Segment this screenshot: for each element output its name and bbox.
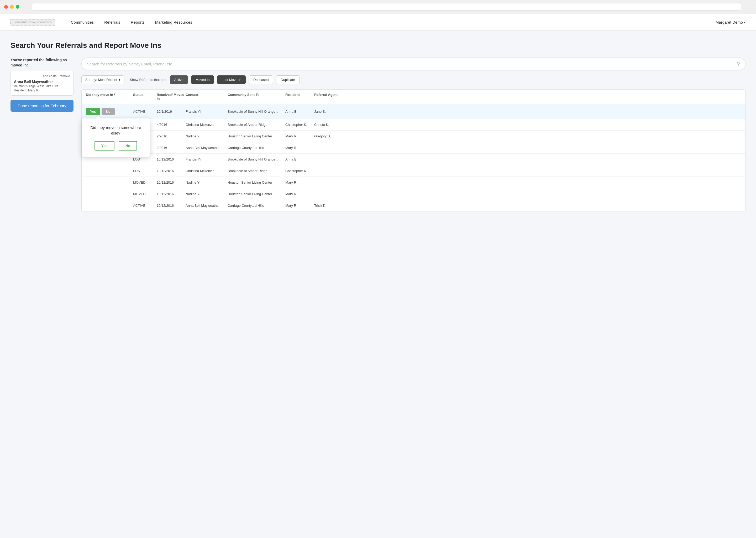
table-row: Yes No Did they move in somewhere else? …: [82, 104, 745, 119]
cell-resident-4: Anna B.: [285, 157, 314, 161]
cell-resident-3: Mary R.: [285, 146, 314, 150]
sort-chevron-icon: ▾: [118, 78, 120, 82]
done-reporting-button[interactable]: Done reporting for February: [11, 100, 73, 112]
cell-date-6: 10/12/2016: [157, 181, 186, 185]
cell-contact-3: Anna Bell Mayweather: [186, 146, 228, 150]
cell-contact-6: Nadine Y: [186, 181, 228, 185]
cell-resident-7: Mary R.: [285, 192, 314, 196]
cell-contact-1: Christina Mckenzie: [186, 123, 228, 127]
cell-status-5: LOST: [133, 169, 157, 173]
cell-status-6: MOVED: [133, 181, 157, 185]
remove-link[interactable]: remove: [60, 74, 70, 78]
cell-date-5: 10/12/2016: [157, 169, 186, 173]
cell-community-3: Carriage Courtyard Hills: [228, 146, 285, 150]
cell-resident-1: Christopher K.: [285, 123, 314, 127]
search-icon: ⚲: [736, 61, 740, 67]
cell-date-1: 4/2016: [157, 123, 186, 127]
minimize-dot[interactable]: [10, 5, 14, 9]
cell-date-4: 10/12/2016: [157, 157, 186, 161]
filter-lostmovein-button[interactable]: Lost Move-in: [217, 76, 246, 84]
sort-label: Sort by: Most Recent: [85, 78, 117, 82]
cell-resident-0: Anna B.: [285, 110, 314, 114]
card-actions: add costs remove: [14, 74, 70, 78]
col-header-move-in: Did they move in?: [86, 93, 133, 101]
show-referrals-label: Show Referrals that are:: [130, 78, 166, 82]
cell-community-4: Brookdale of Sunny Hill Orange...: [228, 157, 285, 161]
popup-no-button[interactable]: No: [118, 141, 137, 150]
col-header-agent: Referral Agent: [314, 93, 348, 101]
left-panel: You've reported the following as moved i…: [11, 58, 73, 112]
filter-bar: Sort by: Most Recent ▾ Show Referrals th…: [81, 76, 745, 84]
nav-links: Communities Referrals Reports Marketing …: [71, 20, 716, 25]
user-name: Margaret Demo: [716, 20, 743, 25]
address-bar[interactable]: [32, 3, 741, 11]
navbar: LOGO INTENTIONALLY BLURRED Communities R…: [0, 14, 756, 31]
table-row: MOVED 10/12/2016 Nadine Y Houston Senior…: [82, 177, 745, 188]
popup-triangle: [95, 115, 101, 119]
close-dot[interactable]: [4, 5, 8, 9]
table-row: 2/2016 Anna Bell Mayweather Carriage Cou…: [82, 142, 745, 154]
cell-community-5: Brookdale of Amber Ridge: [228, 169, 285, 173]
app-window: LOGO INTENTIONALLY BLURRED Communities R…: [0, 14, 756, 538]
maximize-dot[interactable]: [16, 5, 20, 9]
referral-card: add costs remove Anna Bell Mayweather Be…: [11, 71, 73, 96]
cell-community-8: Carriage Courtyard Hills: [228, 204, 285, 207]
popup-buttons: Yes No: [88, 141, 144, 150]
cell-resident-5: Christopher K.: [285, 169, 314, 173]
card-community: Belmont Village West Lake Hills: [14, 84, 70, 88]
cell-date-0: 10/1/2016: [157, 110, 186, 114]
cell-community-2: Houston Senior Living Center: [228, 134, 285, 138]
popup-question: Did they move in somewhere else?: [88, 125, 144, 136]
card-resident: Resident: Mary R.: [14, 88, 70, 92]
nav-marketing-resources[interactable]: Marketing Resources: [155, 20, 192, 25]
cell-resident-6: Mary R.: [285, 181, 314, 185]
nav-reports[interactable]: Reports: [131, 20, 145, 25]
cell-agent-0: Jane S.: [314, 110, 348, 114]
right-panel: ⚲ Sort by: Most Recent ▾ Show Referrals …: [81, 58, 745, 211]
cell-date-7: 10/12/2016: [157, 192, 186, 196]
sort-dropdown[interactable]: Sort by: Most Recent ▾: [81, 76, 124, 84]
cell-contact-2: Nadine Y: [186, 134, 228, 138]
content-layout: You've reported the following as moved i…: [11, 58, 745, 211]
reported-label: You've reported the following as moved i…: [11, 58, 73, 68]
nav-referrals[interactable]: Referrals: [104, 20, 120, 25]
cell-status-8: ACTIVE: [133, 204, 157, 207]
user-menu[interactable]: Margaret Demo ▾: [716, 20, 745, 25]
cell-status-0: ACTIVE: [133, 110, 157, 114]
cell-contact-0: Francis Yim: [186, 110, 228, 114]
cell-community-6: Houston Senior Living Center: [228, 181, 285, 185]
filter-active-button[interactable]: Active: [170, 76, 188, 84]
cell-contact-4: Francis Yim: [186, 157, 228, 161]
col-header-community: Community Sent To: [228, 93, 285, 101]
filter-deceased-button[interactable]: Deceased: [249, 76, 273, 84]
cell-agent-8: Trish T.: [314, 204, 348, 207]
yn-buttons-0: Yes No: [86, 108, 133, 115]
add-costs-link[interactable]: add costs: [43, 74, 57, 78]
no-button-0[interactable]: No: [102, 108, 115, 115]
nav-communities[interactable]: Communities: [71, 20, 94, 25]
table-row: MOVED 10/12/2016 Nadine Y Houston Senior…: [82, 188, 745, 200]
cell-agent-2: Gregory D.: [314, 134, 348, 138]
popup-yes-button[interactable]: Yes: [95, 141, 115, 150]
cell-community-1: Brookdale of Amber Ridge: [228, 123, 285, 127]
table-row: LOST 10/12/2016 Christina Mckenzie Brook…: [82, 165, 745, 177]
table-row: 2/2016 Nadine Y Houston Senior Living Ce…: [82, 131, 745, 142]
move-in-popup: Did they move in somewhere else? Yes No: [82, 119, 150, 157]
cell-resident-8: Mary R.: [285, 204, 314, 207]
filter-duplicate-button[interactable]: Duplicate: [276, 76, 299, 84]
col-header-resident: Resident: [285, 93, 314, 101]
search-input[interactable]: [87, 62, 736, 66]
col-header-status: Status: [133, 93, 157, 101]
logo: LOGO INTENTIONALLY BLURRED: [11, 19, 55, 26]
chevron-down-icon: ▾: [744, 21, 745, 24]
page-title: Search Your Referrals and Report Move In…: [11, 41, 745, 50]
cell-status-7: MOVED: [133, 192, 157, 196]
col-header-contact: Contact: [186, 93, 228, 101]
cell-movein-0: Yes No Did they move in somewhere else? …: [86, 108, 133, 115]
filter-movedin-button[interactable]: Moved-in: [191, 76, 214, 84]
cell-community-7: Houston Senior Living Center: [228, 192, 285, 196]
table-row: ACTIVE 10/12/2016 Anna Bell Mayweather C…: [82, 200, 745, 211]
yes-button-0[interactable]: Yes: [86, 108, 100, 115]
cell-community-0: Brookdale of Sunny Hill Orange...: [228, 110, 285, 114]
cell-agent-1: Christa K.: [314, 123, 348, 127]
